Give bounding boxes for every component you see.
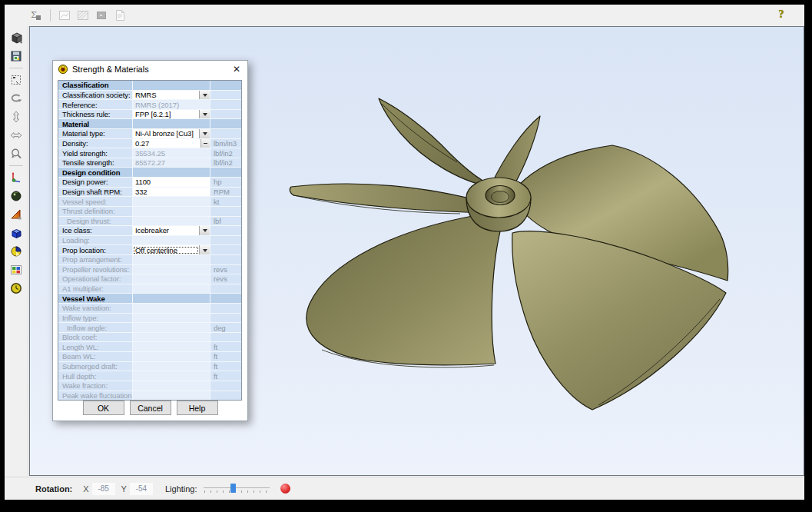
lighting-slider[interactable]: [204, 482, 270, 496]
unit-label: [210, 91, 241, 100]
field-label: Hull depth:: [58, 371, 132, 381]
parameter-row: Design power:1100hp: [58, 177, 241, 187]
field-label: Yield strength:: [58, 148, 132, 158]
field-value[interactable]: 0.27: [133, 139, 201, 148]
dropdown-field[interactable]: RMRS: [132, 91, 210, 100]
parameter-row: Reference:RMRS (2017): [58, 99, 241, 109]
shaded-sphere-icon[interactable]: [8, 188, 25, 204]
unit-label: [210, 110, 241, 119]
field-value-cell: [132, 304, 210, 313]
viewport-canvas[interactable]: Strength & Materials ✕ ClassificationCla…: [29, 26, 804, 476]
chevron-down-icon[interactable]: [199, 226, 210, 235]
field-label: Classification society:: [58, 91, 132, 100]
section-header-row: Material: [58, 118, 241, 128]
section-header-row: Design condition: [58, 167, 241, 177]
ok-button[interactable]: OK: [83, 401, 124, 415]
solid-cube-icon[interactable]: [8, 224, 25, 241]
field-label: Operational factor:: [58, 274, 132, 284]
help-button-dialog[interactable]: Help: [177, 401, 218, 415]
unit-label: deg: [210, 323, 241, 332]
dropdown-field[interactable]: Off centerline: [132, 245, 210, 254]
dropdown-field[interactable]: Icebreaker: [132, 226, 210, 235]
app-window: Σ ?: [5, 5, 804, 500]
palette-icon[interactable]: [8, 261, 25, 278]
parameter-row: Thrust definition:: [58, 206, 241, 216]
lighting-label: Lighting:: [165, 484, 197, 494]
rotation-label: Rotation:: [35, 484, 72, 494]
clock-icon[interactable]: [8, 280, 25, 297]
zoom-orbit-icon[interactable]: [8, 145, 25, 162]
chevron-down-icon[interactable]: [199, 129, 210, 138]
chart-window-icon[interactable]: [58, 8, 71, 22]
field-value[interactable]: 1100: [133, 178, 210, 186]
field-value-cell: [132, 314, 210, 323]
chevron-down-icon[interactable]: [199, 91, 210, 100]
field-value-cell: [132, 391, 210, 401]
parameter-row: Hull depth:ft: [58, 371, 241, 381]
help-icon: ?: [779, 8, 784, 21]
chevron-down-icon[interactable]: [199, 110, 210, 119]
parameter-row: Design thrust:lbf: [58, 216, 241, 226]
dropdown-field[interactable]: Ni-Al bronze [Cu3]: [132, 129, 210, 138]
parameter-row: Length WL:ft: [58, 341, 241, 351]
svg-text:Σ: Σ: [31, 10, 37, 20]
selection-box-icon[interactable]: [8, 71, 25, 88]
material-ramp-icon[interactable]: [8, 206, 25, 223]
field-label: Thrust definition:: [58, 207, 132, 216]
field-value: Icebreaker: [133, 226, 199, 234]
dialog-titlebar[interactable]: Strength & Materials ✕: [53, 61, 247, 77]
field-value[interactable]: 332: [133, 188, 210, 196]
dialog-footer: OK Cancel Help: [53, 401, 247, 415]
field-value: RMRS: [133, 91, 199, 99]
hatch-window-icon[interactable]: [76, 8, 90, 22]
field-label: Prop arrangement:: [58, 255, 132, 264]
parameter-row: A1 multiplier:: [58, 284, 241, 294]
flip-horizontal-icon[interactable]: [8, 127, 25, 144]
sum-icon[interactable]: Σ: [29, 8, 43, 22]
unit-label: [210, 391, 241, 401]
close-icon[interactable]: ✕: [230, 64, 243, 75]
view-cube-icon[interactable]: [8, 29, 25, 46]
text-input-field[interactable]: 332: [132, 188, 210, 197]
field-value: 85572.27: [133, 158, 210, 167]
cancel-button[interactable]: Cancel: [130, 401, 171, 415]
parameter-row: Submerged draft:ft: [58, 361, 241, 371]
field-value-cell: [132, 207, 210, 216]
unit-label: ft: [210, 371, 241, 381]
field-label: Prop location:: [58, 245, 132, 254]
shaded-window-icon[interactable]: [94, 8, 108, 22]
rotate-view-icon[interactable]: [8, 90, 25, 107]
parameter-row: Tensile strength:85572.27lbf/in2: [58, 158, 241, 168]
parameter-row: Yield strength:35534.25lbf/in2: [58, 148, 241, 158]
red-indicator-button[interactable]: [280, 484, 290, 494]
slider-thumb[interactable]: [230, 484, 236, 493]
help-button[interactable]: ?: [774, 7, 789, 22]
chevron-down-icon[interactable]: [199, 245, 210, 254]
parameter-row: Density:0.27lbm/in3: [58, 138, 241, 148]
parameter-row: Thickness rule:FPP [6.2.1]: [58, 109, 241, 119]
text-input-field[interactable]: 1100: [132, 178, 210, 187]
unit-label: [210, 168, 241, 177]
spinner-button[interactable]: [201, 139, 210, 148]
rotation-x-label: X: [83, 484, 88, 494]
parameter-row: Operational factor:revs: [58, 274, 241, 284]
field-label: Beam WL:: [58, 352, 132, 361]
parameter-row: Material type:Ni-Al bronze [Cu3]: [58, 128, 241, 138]
propeller-logo-icon: [58, 64, 68, 75]
axes-icon[interactable]: [8, 169, 25, 186]
dropdown-field[interactable]: FPP [6.2.1]: [132, 110, 210, 119]
report-window-icon[interactable]: [113, 8, 127, 22]
unit-label: [210, 207, 241, 216]
save-image-icon[interactable]: [8, 48, 25, 65]
field-value: FPP [6.2.1]: [133, 110, 199, 118]
unit-label: ft: [210, 342, 241, 351]
flip-vertical-icon[interactable]: [8, 108, 25, 125]
field-label: Material: [58, 119, 132, 128]
unit-label: [210, 381, 241, 391]
rotation-x-value: -85: [92, 483, 115, 495]
parameter-row: Wake fraction:: [58, 381, 241, 391]
spin-field[interactable]: 0.27: [132, 139, 210, 148]
field-label: Vessel speed:: [58, 197, 132, 206]
pie-view-icon[interactable]: [8, 243, 25, 260]
rotation-y-value: -54: [130, 483, 153, 495]
